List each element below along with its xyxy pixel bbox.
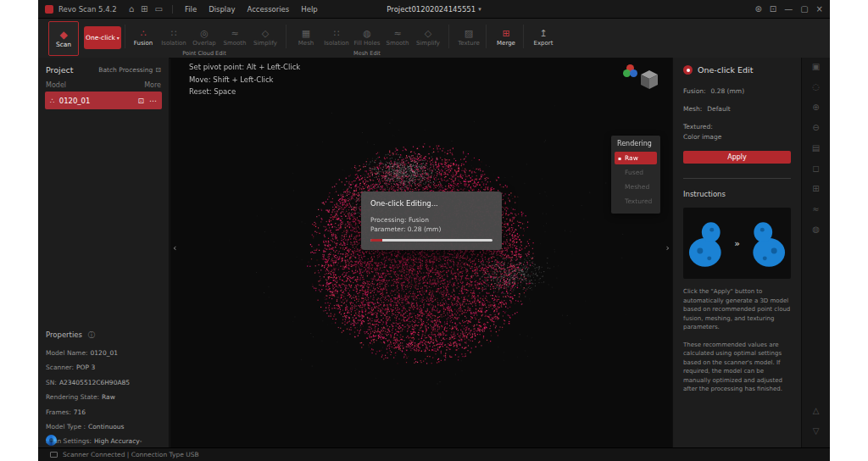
one-click-edit-title: One-click Edit: [698, 65, 753, 75]
model-list-item[interactable]: ∴ 0120_01 ⊡ ⋯: [45, 92, 162, 109]
titlebar-divider: [172, 5, 173, 14]
tool-pc-smooth[interactable]: ≈ Smooth: [220, 21, 250, 53]
info-icon[interactable]: ⓘ: [88, 331, 95, 339]
texture-icon: ▨: [465, 29, 473, 38]
menu-help[interactable]: Help: [301, 5, 317, 14]
scanner-status-icon: [50, 452, 58, 458]
overlap-icon: ◎: [200, 29, 209, 38]
status-bar: Scanner Connected | Connection Type USB: [38, 447, 830, 461]
rendering-option-fused[interactable]: ▪ Fused: [615, 166, 657, 179]
rail-icon-11[interactable]: ▽: [813, 427, 820, 436]
tool-mesh[interactable]: ▦ Mesh: [291, 21, 321, 53]
main-toolbar: ◆ Scan One-click ▾ ∴ Fusion ∷ Isolation …: [38, 19, 830, 58]
dialog-parameter-line: Parameter: 0.28 (mm): [370, 225, 492, 234]
title-bar: Revo Scan 5.4.2 ⌂ ⊞ ▭ File Display Acces…: [38, 0, 830, 19]
tool-pc-simplify[interactable]: ◇ Simplify: [250, 21, 281, 53]
rendering-option-meshed[interactable]: ▪ Meshed: [615, 181, 657, 193]
batch-processing-icon[interactable]: ⊡: [155, 66, 161, 74]
fusion-icon: ∴: [141, 29, 147, 38]
property-row: Model Name:0120_01: [46, 349, 164, 358]
simplify-icon: ◇: [425, 29, 431, 38]
project-chevron-down-icon[interactable]: ▾: [478, 6, 481, 13]
toolbar-divider: [486, 25, 487, 48]
rail-icon-2[interactable]: ◌: [812, 83, 820, 92]
project-panel: Project Batch Processing ⊡ Model More ∴ …: [38, 58, 170, 447]
rail-icon-7[interactable]: ⊞: [812, 185, 819, 193]
status-text: Scanner Connected | Connection Type USB: [63, 451, 199, 458]
batch-processing-button[interactable]: Batch Processing: [98, 66, 153, 74]
collapse-left-panel-arrow[interactable]: ‹: [173, 242, 176, 253]
property-row: Model Type :Continuous: [46, 423, 164, 432]
rail-icon-1[interactable]: ▣: [812, 63, 820, 71]
mesh-field: Mesh:Default: [683, 105, 791, 113]
orientation-cube[interactable]: [638, 69, 660, 91]
tool-fusion[interactable]: ∴ Fusion: [128, 21, 159, 53]
one-click-edit-icon: [683, 65, 693, 75]
rail-icon-3[interactable]: ⊕: [812, 103, 819, 112]
rail-icon-8[interactable]: ≈: [812, 205, 819, 214]
point-cloud-canvas[interactable]: [170, 58, 672, 447]
tool-mesh-isolation[interactable]: ∷ Isolation: [321, 21, 352, 53]
locate-model-icon[interactable]: ⊡: [137, 97, 144, 105]
apply-button[interactable]: Apply: [683, 151, 791, 164]
progress-bar: [370, 239, 492, 242]
minimize-button[interactable]: —: [784, 4, 793, 14]
project-title[interactable]: Project01202024145551: [387, 5, 476, 14]
simplify-icon: ◇: [262, 29, 269, 38]
viewport-3d[interactable]: Set pivot point: Alt + Left-Click Move: …: [170, 58, 672, 447]
revopoint-logo: [46, 435, 57, 446]
textured-field: Textured:Color image: [683, 123, 791, 141]
close-button[interactable]: ×: [816, 4, 823, 14]
fusion-field: Fusion:0.28 (mm): [683, 87, 791, 95]
maximize-button[interactable]: ▢: [800, 4, 808, 14]
settings-gear-icon[interactable]: ⊛: [754, 4, 761, 14]
instructions-image: »: [683, 208, 791, 279]
smooth-icon: ≈: [393, 29, 401, 38]
tool-merge[interactable]: ⊞ Merge: [491, 21, 521, 53]
tool-mesh-smooth[interactable]: ≈ Smooth: [382, 21, 413, 53]
tool-overlap[interactable]: ◎ Overlap: [189, 21, 220, 53]
instructions-paragraph-1: Click the "Apply" button to automaticall…: [683, 287, 791, 332]
one-click-button[interactable]: One-click ▾: [84, 26, 121, 49]
new-project-icon[interactable]: ⊞: [141, 4, 147, 14]
open-folder-icon[interactable]: ▭: [154, 4, 162, 14]
model-section-label: Model: [46, 81, 66, 89]
one-click-editing-dialog: One-click Editing... Processing: Fusion …: [361, 192, 502, 250]
property-row: SN:A23405512C6H90A85: [46, 379, 164, 388]
color-channels-icon[interactable]: [623, 64, 638, 78]
raw-bullet-icon: ▪: [618, 155, 621, 161]
smooth-icon: ≈: [231, 29, 238, 38]
panel-divider: [683, 178, 791, 179]
menu-display[interactable]: Display: [209, 5, 235, 14]
one-click-chevron-icon: ▾: [117, 35, 120, 41]
menu-accessories[interactable]: Accessories: [247, 5, 289, 14]
panel-layout-icon[interactable]: ⊡: [770, 4, 776, 14]
toolbar-divider: [523, 25, 524, 48]
group-label-point-cloud-edit: Point Cloud Edit: [128, 50, 281, 57]
model-more-icon[interactable]: ⋯: [149, 97, 157, 105]
more-button[interactable]: More: [144, 81, 161, 89]
tool-texture[interactable]: ▨ Texture: [453, 21, 484, 53]
rendering-option-textured[interactable]: ▪ Textured: [615, 195, 657, 208]
toolbar-divider: [125, 25, 125, 48]
tool-pc-isolation[interactable]: ∷ Isolation: [159, 21, 189, 53]
rail-icon-5[interactable]: ▤: [812, 144, 820, 153]
property-row: Scanner:POP 3: [46, 364, 164, 373]
merge-icon: ⊞: [502, 29, 509, 38]
menu-file[interactable]: File: [185, 5, 197, 14]
home-icon[interactable]: ⌂: [129, 4, 134, 14]
tool-mesh-simplify[interactable]: ◇ Simplify: [413, 21, 443, 53]
rail-icon-9[interactable]: ◍: [812, 225, 820, 234]
right-tool-rail: ▣ ◌ ⊕ ⊖ ▤ ◻ ⊞ ≈ ◍ △ ▽: [801, 58, 830, 447]
rail-icon-4[interactable]: ⊖: [812, 124, 819, 132]
rendering-option-raw[interactable]: ▪ Raw: [615, 152, 657, 164]
rendering-panel: Rendering ▪ Raw ▪ Fused ▪ Meshed ▪ Textu…: [611, 136, 660, 214]
rail-icon-10[interactable]: △: [813, 407, 820, 415]
tool-fill-holes[interactable]: ◍ Fill Holes: [352, 21, 382, 53]
collapse-right-panel-arrow[interactable]: ›: [666, 242, 670, 253]
rail-icon-6[interactable]: ◻: [812, 164, 819, 173]
property-row: Frames:716: [46, 408, 164, 418]
tool-export[interactable]: ↥ Export: [528, 21, 559, 53]
scan-button[interactable]: ◆ Scan: [48, 21, 79, 56]
scan-icon: ◆: [59, 30, 67, 40]
